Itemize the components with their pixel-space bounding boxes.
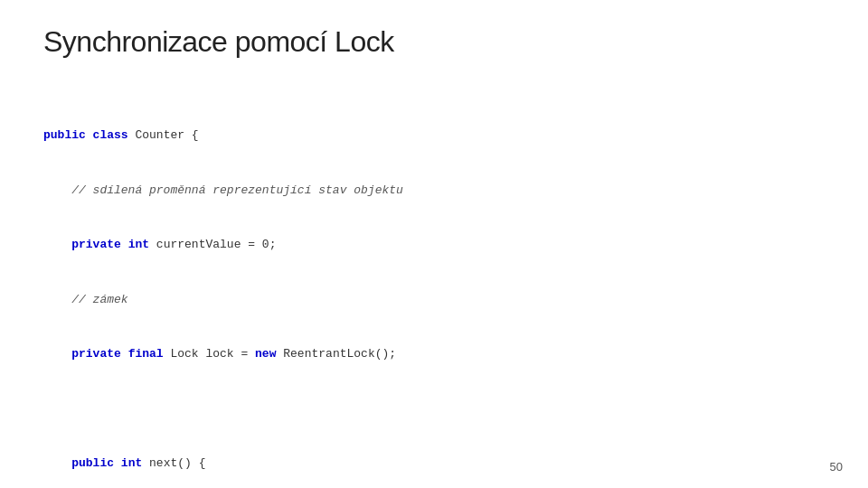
code-block: public class Counter { // sdílená proměn…	[43, 90, 537, 488]
page-number: 50	[830, 460, 843, 474]
code-line-3: private int currentValue = 0;	[43, 236, 537, 254]
page-title: Synchronizace pomocí Lock	[43, 25, 394, 59]
code-line-5: private final Lock lock = new ReentrantL…	[43, 345, 537, 363]
code-line-2: // sdílená proměnná reprezentující stav …	[43, 182, 537, 200]
code-line-4: // zámek	[43, 291, 537, 309]
code-line-6	[43, 399, 537, 418]
code-line-1: public class Counter {	[43, 127, 537, 145]
code-line-7: public int next() {	[43, 455, 537, 473]
